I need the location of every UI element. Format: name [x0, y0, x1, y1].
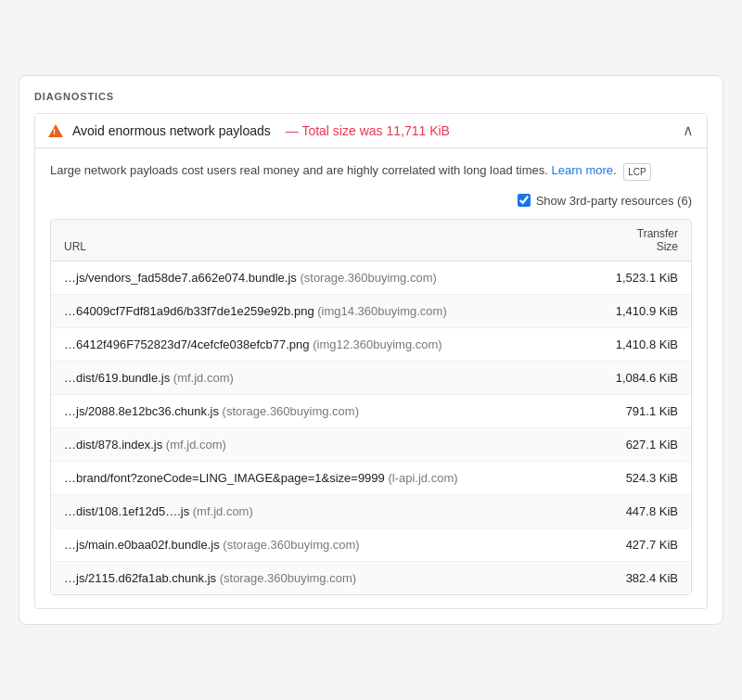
row-size: 1,084.6 KiB	[604, 371, 678, 385]
row-url-domain: (mf.jd.com)	[166, 438, 226, 452]
table-row: …6412f496F752823d7/4cefcfe038efcb77.png …	[51, 328, 691, 362]
row-url-path: …dist/878.index.js	[64, 438, 162, 452]
row-url-path: …js/main.e0baa02f.bundle.js	[64, 538, 220, 552]
resource-table: URL Transfer Size …js/vendors_fad58de7.a…	[50, 219, 692, 595]
row-url: …64009cf7Fdf81a9d6/b33f7de1e259e92b.png …	[64, 304, 604, 318]
row-url-domain: (img12.360buyimg.com)	[313, 337, 441, 351]
warning-icon	[48, 123, 63, 138]
row-url-domain: (storage.360buyimg.com)	[300, 271, 436, 285]
col-size-line1: Transfer	[637, 227, 678, 240]
row-url-domain: (storage.360buyimg.com)	[220, 571, 356, 585]
table-header: URL Transfer Size	[51, 220, 691, 261]
row-url-path: …dist/108.1ef12d5….js	[64, 504, 189, 518]
audit-description: Large network payloads cost users real m…	[50, 161, 692, 180]
audit-title: Avoid enormous network payloads	[72, 123, 271, 138]
third-party-checkbox-label[interactable]: Show 3rd-party resources (6)	[518, 194, 692, 208]
diagnostics-panel: DIAGNOSTICS Avoid enormous network paylo…	[19, 75, 723, 624]
row-size: 791.1 KiB	[604, 404, 678, 418]
row-url-path: …js/2115.d62fa1ab.chunk.js	[64, 571, 216, 585]
row-url: …brand/font?zoneCode=LING_IMAGE&page=1&s…	[64, 471, 604, 485]
table-row: …js/main.e0baa02f.bundle.js (storage.360…	[51, 528, 691, 562]
audit-metric: — Total size was 11,711 KiB	[286, 123, 450, 138]
row-url-domain: (l-api.jd.com)	[388, 471, 457, 485]
audit-body: Large network payloads cost users real m…	[35, 147, 707, 607]
warning-triangle	[48, 124, 63, 137]
row-url-path: …64009cf7Fdf81a9d6/b33f7de1e259e92b.png	[64, 304, 314, 318]
audit-description-text: Large network payloads cost users real m…	[50, 163, 548, 177]
row-url-domain: (storage.360buyimg.com)	[223, 538, 359, 552]
row-url: …dist/878.index.js (mf.jd.com)	[64, 438, 604, 452]
col-size-header: Transfer Size	[637, 227, 678, 253]
row-size: 627.1 KiB	[604, 438, 678, 452]
row-url: …6412f496F752823d7/4cefcfe038efcb77.png …	[64, 337, 604, 351]
row-size: 427.7 KiB	[604, 538, 678, 552]
col-url-header: URL	[64, 240, 86, 253]
row-url: …js/main.e0baa02f.bundle.js (storage.360…	[64, 538, 604, 552]
audit-header[interactable]: Avoid enormous network payloads — Total …	[35, 114, 707, 147]
learn-more-link[interactable]: Learn more	[552, 163, 613, 177]
controls-row: Show 3rd-party resources (6)	[50, 194, 692, 208]
audit-header-left: Avoid enormous network payloads — Total …	[48, 123, 450, 138]
checkbox-label-text: Show 3rd-party resources (6)	[536, 194, 692, 208]
row-url-domain: (mf.jd.com)	[173, 371, 234, 385]
third-party-checkbox[interactable]	[518, 194, 531, 207]
table-row: …js/2115.d62fa1ab.chunk.js (storage.360b…	[51, 562, 691, 594]
row-size: 524.3 KiB	[604, 471, 678, 485]
row-size: 447.8 KiB	[604, 504, 678, 518]
lcp-badge: LCP	[623, 163, 650, 181]
table-row: …dist/619.bundle.js (mf.jd.com) 1,084.6 …	[51, 362, 691, 395]
table-row: …js/vendors_fad58de7.a662e074.bundle.js …	[51, 261, 691, 295]
table-rows: …js/vendors_fad58de7.a662e074.bundle.js …	[51, 261, 691, 594]
row-size: 382.4 KiB	[604, 571, 678, 585]
table-row: …64009cf7Fdf81a9d6/b33f7de1e259e92b.png …	[51, 295, 691, 328]
table-row: …js/2088.8e12bc36.chunk.js (storage.360b…	[51, 395, 691, 428]
row-url-path: …js/vendors_fad58de7.a662e074.bundle.js	[64, 271, 297, 285]
row-url-path: …dist/619.bundle.js	[64, 371, 170, 385]
audit-section: Avoid enormous network payloads — Total …	[34, 113, 708, 608]
chevron-icon: ∧	[683, 123, 694, 138]
row-url-domain: (mf.jd.com)	[193, 504, 253, 518]
row-url-domain: (storage.360buyimg.com)	[223, 404, 359, 418]
row-url-path: …6412f496F752823d7/4cefcfe038efcb77.png	[64, 337, 310, 351]
row-size: 1,410.8 KiB	[604, 337, 678, 351]
row-url: …js/2115.d62fa1ab.chunk.js (storage.360b…	[64, 571, 604, 585]
row-url: …js/2088.8e12bc36.chunk.js (storage.360b…	[64, 404, 604, 418]
row-url: …dist/108.1ef12d5….js (mf.jd.com)	[64, 504, 604, 518]
row-url-domain: (img14.360buyimg.com)	[317, 304, 446, 318]
row-url: …js/vendors_fad58de7.a662e074.bundle.js …	[64, 271, 604, 285]
table-row: …dist/878.index.js (mf.jd.com) 627.1 KiB	[51, 428, 691, 462]
row-size: 1,523.1 KiB	[604, 271, 678, 285]
panel-title: DIAGNOSTICS	[34, 91, 708, 102]
table-row: …brand/font?zoneCode=LING_IMAGE&page=1&s…	[51, 462, 691, 495]
row-url-path: …brand/font?zoneCode=LING_IMAGE&page=1&s…	[64, 471, 385, 485]
row-url-path: …js/2088.8e12bc36.chunk.js	[64, 404, 219, 418]
row-size: 1,410.9 KiB	[604, 304, 678, 318]
table-row: …dist/108.1ef12d5….js (mf.jd.com) 447.8 …	[51, 495, 691, 528]
col-size-line2: Size	[637, 240, 678, 253]
row-url: …dist/619.bundle.js (mf.jd.com)	[64, 371, 604, 385]
